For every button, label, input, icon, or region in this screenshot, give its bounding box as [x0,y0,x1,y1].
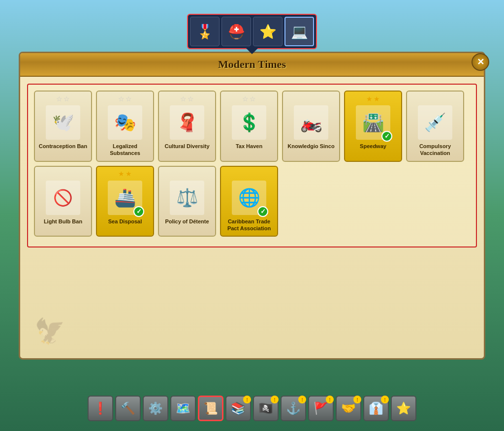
taskbar-btn-redstar[interactable]: ⭐ [391,396,416,421]
taskbar-btn-suit[interactable]: 👔 ! [363,396,389,421]
tab-communism[interactable]: 🎖️ [190,17,220,46]
taskbar-btn-wheel[interactable]: ⚓ ! [281,396,306,421]
policy-card-cultural-diversity[interactable]: ☆ ☆ 🧣 Cultural Diversity [158,91,216,162]
stars-cultural: ☆ ☆ [180,94,194,103]
policy-grid-row2: 🚫 Light Bulb Ban ★ ★ 🚢 ✓ Sea Disposal [34,166,470,237]
policy-card-contraception-ban[interactable]: ☆ ☆ 🕊️ Contraception Ban [34,91,92,162]
era-tab-bar: 🎖️ ⛑️ ⭐ 💻 [187,14,317,49]
policy-grid-row1: ☆ ☆ 🕊️ Contraception Ban ☆ ☆ 🎭 Legalized… [34,91,470,162]
stars-contraception: ☆ ☆ [56,94,70,103]
icon-vaccination: 💉 [418,105,452,140]
stars-speedway: ★ ★ [366,94,380,103]
stars-legalized: ☆ ☆ [118,94,132,103]
icon-cultural: 🧣 [170,105,204,140]
name-cultural: Cultural Diversity [164,143,209,150]
taskbar: ❗ 🔨 ⚙️ 🗺️ 📜 📚 ! 🏴‍☠️ ! ⚓ ! 🚩 ! 🤝 ! 👔 ! ⭐ [88,396,416,421]
exclamation-pirate: ! [271,396,279,403]
checkmark-sea: ✓ [133,206,144,217]
exclamation-book: ! [243,396,251,403]
tab-modern-times[interactable]: 💻 [284,17,314,46]
policy-card-tax-haven[interactable]: ☆ ☆ 💲 Tax Haven [220,91,278,162]
icon-sea: 🚢 ✓ [108,181,142,215]
exclamation-handshake: ! [353,396,361,403]
policy-card-knowledgio[interactable]: 🏍️ Knowledgio Sinco [282,91,340,162]
name-detente: Policy of Détente [165,218,209,225]
taskbar-btn-book[interactable]: 📚 ! [225,396,251,421]
taskbar-btn-flag[interactable]: 🚩 ! [308,396,334,421]
tab-arrow [245,47,259,54]
icon-contraception: 🕊️ [46,105,80,140]
icon-detente: ⚖️ [170,181,204,215]
icon-tax: 💲 [232,105,266,140]
exclamation-suit: ! [381,396,389,403]
name-speedway: Speedway [360,143,386,150]
taskbar-btn-handshake[interactable]: 🤝 ! [336,396,361,421]
stars-sea: ★ ★ [118,170,132,179]
star1: ☆ [56,95,63,103]
star1: ★ [118,170,125,178]
name-legalized: Legalized Substances [99,143,151,157]
name-vaccination: Compulsory Vaccination [409,143,461,157]
tab-star[interactable]: ⭐ [253,17,283,46]
policy-card-vaccination[interactable]: 💉 Compulsory Vaccination [406,91,464,162]
stars-tax: ☆ ☆ [242,94,256,103]
name-sea: Sea Disposal [108,218,142,225]
star2: ★ [126,170,132,178]
icon-legalized: 🎭 [108,105,142,140]
taskbar-btn-industry[interactable]: ⚙️ [143,396,168,421]
close-button[interactable]: ✕ [472,53,489,71]
icon-lightbulb: 🚫 [46,181,80,215]
exclamation-wheel: ! [298,396,306,403]
main-panel: Modern Times ☆ ☆ 🕊️ Contraception Ban ☆ … [19,52,485,360]
taskbar-btn-edicts[interactable]: 📜 [198,396,223,421]
name-knowledgio: Knowledgio Sinco [287,143,334,150]
decorative-seal: 🦅 [32,314,67,348]
tab-military[interactable]: ⛑️ [221,17,251,46]
name-contraception: Contraception Ban [39,143,87,150]
name-tax: Tax Haven [236,143,262,150]
checkmark-speedway: ✓ [381,131,392,142]
taskbar-btn-alert[interactable]: ❗ [88,396,113,421]
policy-card-lightbulb[interactable]: 🚫 Light Bulb Ban [34,166,92,237]
taskbar-btn-build[interactable]: 🔨 [115,396,141,421]
icon-caribbean: 🌐 ✓ [232,181,266,215]
star1: ☆ [242,95,249,103]
icon-knowledgio: 🏍️ [294,105,328,140]
star1: ☆ [118,95,125,103]
taskbar-btn-pirate[interactable]: 🏴‍☠️ ! [253,396,279,421]
name-caribbean: Caribbean Trade Pact Association [223,218,275,232]
star1: ☆ [180,95,187,103]
star2: ★ [374,95,380,103]
exclamation-flag: ! [326,396,334,403]
name-lightbulb: Light Bulb Ban [44,218,82,225]
star2: ☆ [126,95,132,103]
policy-card-speedway[interactable]: ★ ★ 🛣️ ✓ Speedway [344,91,402,162]
star2: ☆ [188,95,194,103]
checkmark-caribbean: ✓ [257,206,268,217]
panel-title: Modern Times [218,58,286,70]
star2: ☆ [63,95,70,103]
icon-speedway: 🛣️ ✓ [356,105,390,140]
content-area: ☆ ☆ 🕊️ Contraception Ban ☆ ☆ 🎭 Legalized… [27,84,477,247]
policy-card-legalized-substances[interactable]: ☆ ☆ 🎭 Legalized Substances [96,91,154,162]
taskbar-btn-map[interactable]: 🗺️ [170,396,196,421]
policy-card-detente[interactable]: ⚖️ Policy of Détente [158,166,216,237]
star1: ★ [366,95,373,103]
policy-card-caribbean[interactable]: 🌐 ✓ Caribbean Trade Pact Association [220,166,278,237]
policy-card-sea-disposal[interactable]: ★ ★ 🚢 ✓ Sea Disposal [96,166,154,237]
panel-title-bar: Modern Times [20,53,484,77]
star2: ☆ [250,95,256,103]
